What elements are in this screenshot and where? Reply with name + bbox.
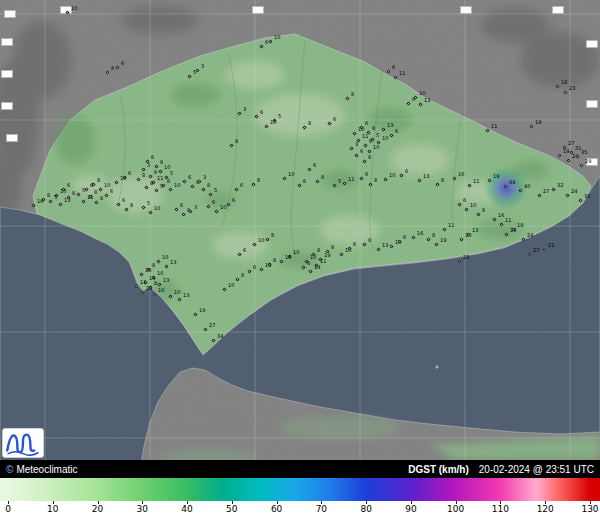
station-diamond-icon xyxy=(222,287,226,291)
station-diamond-icon xyxy=(237,252,241,256)
station-diamond-icon xyxy=(575,154,579,158)
station-diamond-icon xyxy=(214,209,218,213)
map-datetime: 20-02-2024 @ 23:51 UTC xyxy=(479,464,594,475)
legend-value-label: 60 xyxy=(271,504,282,514)
station-diamond-icon xyxy=(181,212,185,216)
station-diamond-icon xyxy=(168,294,172,298)
station-diamond-icon xyxy=(413,95,417,99)
station-diamond-icon xyxy=(58,202,62,206)
station-diamond-icon xyxy=(362,242,366,246)
station-diamond-icon xyxy=(457,259,461,263)
station-diamond-icon xyxy=(114,180,118,184)
station-diamond-icon xyxy=(529,124,533,128)
station-diamond-icon xyxy=(566,158,570,162)
station-diamond-icon xyxy=(168,187,172,191)
station-diamond-icon xyxy=(98,187,102,191)
station-diamond-icon xyxy=(268,39,272,43)
station-diamond-icon xyxy=(521,237,525,241)
station-diamond-icon xyxy=(557,153,561,157)
station-diamond-icon xyxy=(362,159,366,163)
station-diamond-icon xyxy=(252,242,256,246)
station-diamond-icon xyxy=(154,188,158,192)
map-canvas: 1068536108611610131823191110685116310681… xyxy=(0,0,600,460)
station-diamond-icon xyxy=(359,176,363,180)
station-diamond-icon xyxy=(381,127,385,131)
station-diamond-icon xyxy=(104,193,108,197)
station-diamond-icon xyxy=(555,84,559,88)
color-scale-legend: 0102030405060708090100110120130 xyxy=(0,478,600,517)
legend-value-label: 10 xyxy=(47,504,58,514)
station-diamond-icon xyxy=(485,128,489,132)
station-diamond-icon xyxy=(504,232,508,236)
station-diamond-icon xyxy=(259,44,263,48)
station-diamond-icon xyxy=(452,176,456,180)
station-diamond-icon xyxy=(487,178,491,182)
station-diamond-icon xyxy=(354,153,358,157)
station-diamond-icon xyxy=(342,181,346,185)
station-diamond-icon xyxy=(411,235,415,239)
station-diamond-icon xyxy=(193,312,197,316)
station-diamond-icon xyxy=(65,10,69,14)
station-diamond-icon xyxy=(399,173,403,177)
station-diamond-icon xyxy=(376,247,380,251)
station-diamond-icon xyxy=(565,193,569,197)
station-diamond-icon xyxy=(234,187,238,191)
stations-layer: 1068536108611610131823191110685116310681… xyxy=(0,0,600,460)
station-diamond-icon xyxy=(201,187,205,191)
map-title-group: DGST (km/h) 20-02-2024 @ 23:51 UTC xyxy=(408,464,594,475)
station-diamond-icon xyxy=(434,242,438,246)
station-diamond-icon xyxy=(302,125,306,129)
station-diamond-icon xyxy=(124,207,128,211)
legend-value-label: 120 xyxy=(537,504,554,514)
station-diamond-icon xyxy=(389,244,393,248)
legend-value-label: 130 xyxy=(581,504,598,514)
station-diamond-icon xyxy=(144,185,148,189)
legend-value-label: 20 xyxy=(92,504,103,514)
meteoclimatic-logo[interactable] xyxy=(2,428,44,458)
legend-value-label: 40 xyxy=(181,504,192,514)
station-diamond-icon xyxy=(389,133,393,137)
station-diamond-icon xyxy=(327,121,331,125)
map-variable-label: DGST (km/h) xyxy=(408,464,469,475)
station-diamond-icon xyxy=(518,188,522,192)
station-diamond-icon xyxy=(367,149,371,153)
station-diamond-icon xyxy=(332,183,336,187)
station-diamond-icon xyxy=(94,200,98,204)
station-diamond-icon xyxy=(417,178,421,182)
station-diamond-icon xyxy=(105,70,109,74)
station-diamond-icon xyxy=(152,292,156,296)
station-diamond-icon xyxy=(435,182,439,186)
station-diamond-icon xyxy=(464,207,468,211)
station-diamond-icon xyxy=(134,284,138,288)
station-diamond-icon xyxy=(254,114,258,118)
station-diamond-icon xyxy=(418,102,422,106)
station-diamond-icon xyxy=(31,203,35,207)
station-diamond-icon xyxy=(527,252,531,256)
station-diamond-icon xyxy=(115,65,119,69)
station-diamond-icon xyxy=(315,179,319,183)
station-diamond-icon xyxy=(148,210,152,214)
station-diamond-icon xyxy=(383,177,387,181)
station-diamond-icon xyxy=(578,198,582,202)
station-diamond-icon xyxy=(226,202,230,206)
station-diamond-icon xyxy=(251,182,255,186)
station-diamond-icon xyxy=(492,217,496,221)
station-diamond-icon xyxy=(279,259,283,263)
color-scale-labels: 0102030405060708090100110120130 xyxy=(0,501,600,517)
station-diamond-icon xyxy=(154,164,158,168)
station-diamond-icon xyxy=(81,199,85,203)
station-diamond-icon xyxy=(229,143,233,147)
station-diamond-icon xyxy=(237,111,241,115)
station-diamond-icon xyxy=(164,264,168,268)
legend-value-label: 50 xyxy=(226,504,237,514)
station-diamond-icon xyxy=(174,207,178,211)
station-diamond-icon xyxy=(265,237,269,241)
station-diamond-icon xyxy=(393,75,397,79)
station-diamond-icon xyxy=(563,90,567,94)
station-diamond-icon xyxy=(197,179,201,183)
station-diamond-icon xyxy=(345,96,349,100)
station-diamond-icon xyxy=(158,169,162,173)
legend-value-label: 80 xyxy=(360,504,371,514)
station-diamond-icon xyxy=(148,174,152,178)
station-diamond-icon xyxy=(386,69,390,73)
